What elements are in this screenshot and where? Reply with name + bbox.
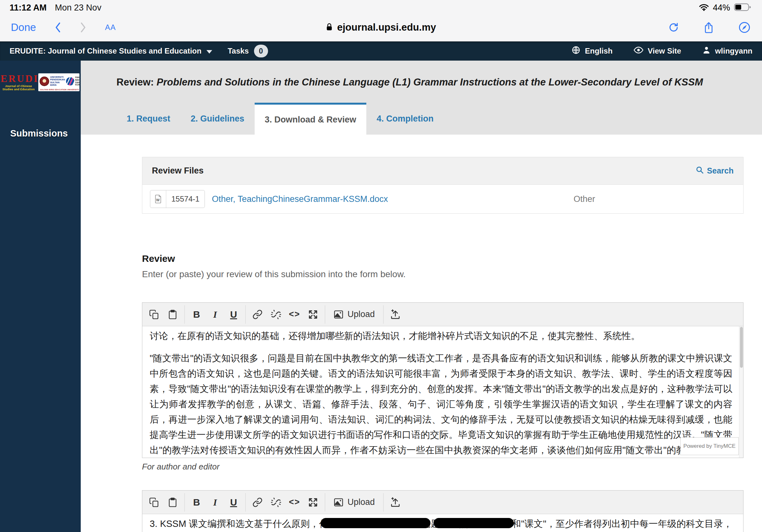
tasks-label: Tasks (228, 46, 249, 55)
code-button[interactable]: <> (285, 305, 304, 324)
lock-icon (326, 23, 333, 33)
editor-audience-note: For author and editor (142, 462, 743, 472)
author-editor-text-area[interactable]: 3. KSSM 课文编撰和选文基于什么原则，作者完全没有讨论，而研究题目显然包括… (142, 514, 743, 532)
tasks-count-badge: 0 (254, 45, 268, 57)
tinymce-badge: Powered by TinyMCE (680, 437, 739, 455)
review-editor: B I U <> Upload 讨论 (142, 302, 743, 458)
reader-aa-button[interactable]: AA (105, 23, 116, 32)
compass-icon[interactable] (738, 21, 750, 33)
file-id-chip: 15574-1 (150, 190, 205, 208)
tab-completion[interactable]: 4. Completion (366, 103, 444, 135)
main-content: Review: Problems and Solutions in the Ch… (81, 61, 762, 532)
seal-caption: SULTAN IDRIS EDUCATION UNIVERSITY (40, 89, 79, 91)
tab-request[interactable]: 1. Request (116, 103, 181, 135)
faculty-globe-icon (66, 77, 74, 86)
submission-title: Problems and Solutions in the Chinese La… (157, 77, 703, 88)
journal-switcher[interactable]: ERUDITE: Journal of Chinese Studies and … (10, 46, 212, 55)
upload-tray-icon[interactable] (386, 305, 405, 324)
underline-button[interactable]: U (224, 493, 243, 512)
caret-down-icon (206, 50, 212, 54)
toolbar-separator (185, 493, 185, 511)
safari-toolbar: Done AA ejournal.upsi.edu.my (0, 13, 762, 41)
back-chevron-icon[interactable] (54, 22, 61, 33)
tab-download-review[interactable]: 3. Download & Review (255, 103, 367, 135)
review-text-area[interactable]: 讨论，在原有的语文知识的基础，还得增加哪些新的语法知识，才能增补碎片式语文知识的… (142, 326, 743, 458)
upload-image-button[interactable]: Upload (328, 493, 381, 512)
fullscreen-icon[interactable] (304, 493, 322, 512)
toolbar-separator (325, 493, 325, 511)
review-files-panel: Review Files Search 15574-1 Other, Teach… (142, 157, 743, 214)
sidebar: ERUDITE Journal of Chinese Studies and E… (0, 61, 81, 532)
ojs-topbar: ERUDITE: Journal of Chinese Studies and … (0, 41, 762, 61)
sidebar-item-submissions[interactable]: Submissions (10, 128, 81, 139)
link-icon[interactable] (248, 305, 267, 324)
tab-guidelines[interactable]: 2. Guidelines (181, 103, 255, 135)
copy-icon[interactable] (145, 493, 163, 512)
battery-percent: 44% (713, 3, 730, 13)
paste-icon[interactable] (163, 493, 182, 512)
toolbar-separator (185, 305, 185, 324)
page-title: Review: Problems and Solutions in the Ch… (81, 61, 762, 88)
toolbar-separator (383, 305, 384, 324)
review-step-tabs: 1. Request 2. Guidelines 3. Download & R… (116, 103, 444, 135)
review-heading: Review (142, 253, 743, 264)
toolbar-separator (245, 305, 246, 324)
share-icon[interactable] (703, 21, 714, 34)
address-bar[interactable]: ejournal.upsi.edu.my (326, 13, 436, 41)
user-menu[interactable]: wlingyann (702, 46, 752, 56)
italic-button[interactable]: I (206, 305, 224, 324)
image-icon (334, 497, 344, 507)
image-icon (334, 309, 344, 320)
author-editor-review-editor: B I U <> Upload 3. (142, 490, 743, 532)
bold-button[interactable]: B (187, 305, 206, 324)
file-download-link[interactable]: Other, TeachingChineseGrammar-KSSM.docx (212, 194, 388, 204)
unlink-icon[interactable] (267, 305, 285, 324)
editor-scrollbar[interactable] (739, 326, 743, 458)
reload-icon[interactable] (668, 22, 679, 33)
clock: 11:12 AM (10, 3, 46, 13)
tasks-button[interactable]: Tasks 0 (228, 45, 268, 57)
underline-button[interactable]: U (224, 305, 243, 324)
user-icon (702, 46, 711, 56)
journal-name: ERUDITE: Journal of Chinese Studies and … (10, 46, 201, 55)
review-paragraph: "随文带出"的语文知识很多，问题是目前在国中执教华文的第一线语文工作者，是否具备… (150, 351, 732, 458)
journal-logo: ERUDITE Journal of Chinese Studies and E… (1, 73, 79, 91)
editor-toolbar: B I U <> Upload (142, 491, 743, 514)
review-files-title: Review Files (152, 166, 203, 176)
done-button[interactable]: Done (11, 21, 36, 33)
paste-icon[interactable] (163, 305, 182, 324)
scrollbar-thumb[interactable] (740, 327, 743, 368)
university-logo: UNIVERSITI PENDIDIKAN SULTAN IDRIS FAKUL… (38, 73, 79, 91)
link-icon[interactable] (248, 493, 267, 512)
file-id: 15574-1 (166, 190, 204, 208)
title-band: Review: Problems and Solutions in the Ch… (81, 61, 762, 135)
wifi-icon (699, 3, 709, 13)
search-magnifier-icon (696, 166, 704, 176)
username: wlingyann (715, 46, 752, 55)
fullscreen-icon[interactable] (304, 305, 322, 324)
erudite-logo: ERUDITE Journal of Chinese Studies and E… (1, 74, 37, 91)
date: Mon 23 Nov (55, 3, 102, 13)
status-bar: 11:12 AM Mon 23 Nov 44% (0, 0, 762, 13)
url-text: ejournal.upsi.edu.my (337, 22, 436, 33)
toolbar-separator (245, 493, 246, 511)
copy-icon[interactable] (145, 305, 163, 324)
upload-image-button[interactable]: Upload (328, 305, 381, 324)
toolbar-separator (383, 493, 384, 511)
file-type-label: Other (573, 194, 595, 204)
redaction-bar (434, 518, 514, 528)
globe-icon (572, 46, 580, 56)
code-button[interactable]: <> (285, 493, 304, 512)
forward-chevron-icon[interactable] (80, 22, 87, 33)
italic-button[interactable]: I (206, 493, 224, 512)
language-menu[interactable]: English (572, 46, 613, 56)
editor-toolbar: B I U <> Upload (142, 303, 743, 326)
files-search-button[interactable]: Search (696, 166, 733, 176)
unlink-icon[interactable] (267, 493, 285, 512)
redaction-bar (321, 518, 430, 528)
view-site-link[interactable]: View Site (634, 46, 681, 56)
review-paragraph: 讨论，在原有的语文知识的基础，还得增加哪些新的语法知识，才能增补碎片式语文知识的… (150, 328, 732, 344)
upload-tray-icon[interactable] (386, 493, 405, 512)
university-seal-icon (39, 77, 49, 86)
bold-button[interactable]: B (187, 493, 206, 512)
